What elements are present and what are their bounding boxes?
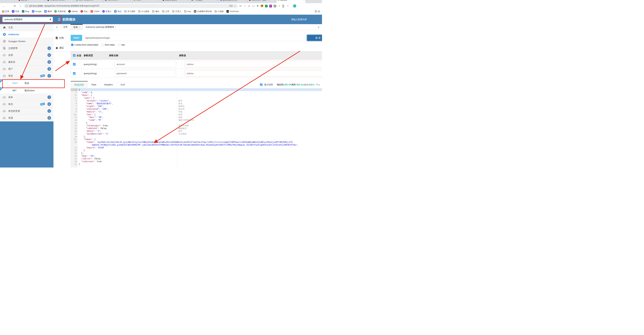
bookmark-item[interactable]: 什么都有 bbox=[138, 10, 149, 13]
sidebar-item-服务表[interactable]: API 服务表 6 bbox=[0, 59, 54, 66]
translate-icon[interactable]: G文 bbox=[229, 4, 233, 8]
back-icon[interactable]: ← bbox=[2, 4, 6, 8]
bookmark-item[interactable]: bBing bbox=[22, 10, 29, 12]
bookmark-item[interactable]: N笔记 bbox=[114, 10, 122, 13]
sidebar-item-应用[interactable]: API 应用 5 bbox=[0, 52, 54, 59]
bookmark-item[interactable]: 10241024Tools bbox=[226, 10, 239, 12]
param-value-input[interactable] bbox=[185, 61, 322, 68]
sidebar-item-Swagger Models[interactable]: Swagger Models bbox=[0, 38, 54, 45]
doc-tab-登录[interactable]: 登录× bbox=[70, 24, 83, 30]
response-tab-Raw[interactable]: Raw bbox=[88, 81, 100, 88]
sidebar-item-角色的资源[interactable]: API 角色的资源 1 bbox=[0, 108, 54, 114]
bookmark-item[interactable]: 微信 bbox=[152, 10, 159, 13]
sidebar-item-文档管理[interactable]: 文档管理 3 bbox=[0, 45, 54, 52]
bookmark-item[interactable]: 应用 bbox=[2, 10, 9, 13]
select-all[interactable]: 全选 bbox=[71, 54, 81, 57]
address-bar[interactable]: i 127.0.0.1:8760/api/gate/doc.html#/auth… bbox=[24, 4, 238, 8]
browser-tab[interactable]: github pack文件快… × bbox=[219, 0, 248, 3]
tab-close-icon[interactable]: × bbox=[72, 0, 73, 1]
site-info-icon[interactable]: i bbox=[26, 5, 28, 7]
browser-tab[interactable]: http://3.112.1… × bbox=[104, 0, 132, 3]
reload-icon[interactable]: ⟳ bbox=[13, 4, 17, 8]
bookmark-star-icon[interactable]: ☆ bbox=[234, 5, 236, 7]
bookmark-item[interactable]: 已导入 bbox=[172, 10, 182, 13]
bookmark-item[interactable]: 译翻译 bbox=[44, 10, 52, 13]
sidebar-item-主页[interactable]: 主页 bbox=[0, 24, 54, 31]
content-type-form-data[interactable]: form-data bbox=[102, 44, 114, 46]
response-json-editor[interactable]: 1▾{2 "code": 0,3▾ "data": {4▾ "user": {5… bbox=[71, 88, 322, 168]
bookmark-item[interactable]: GGitHub bbox=[68, 10, 78, 12]
tab-close-icon[interactable]: × bbox=[115, 26, 116, 28]
sidebar-item-菜单[interactable]: API 菜单 7 bbox=[0, 94, 54, 101]
checkbox-icon[interactable] bbox=[73, 54, 76, 57]
request-url[interactable]: /api/authority/anno/login bbox=[82, 35, 307, 41]
browser-tab[interactable]: Redis 命令参考 × bbox=[161, 0, 190, 3]
response-tab-响应内容[interactable]: 响应内容 bbox=[71, 81, 88, 88]
ext-json-icon[interactable]: {…} bbox=[252, 5, 255, 8]
checkbox-icon[interactable] bbox=[73, 72, 76, 75]
browser-tab[interactable]: Nacos × bbox=[132, 0, 161, 3]
bookmark-item[interactable]: C开源中国 bbox=[54, 10, 66, 13]
ext-m-icon[interactable]: M bbox=[278, 5, 280, 8]
sidebar-op-get-验证token[interactable]: NEW GET 验证token bbox=[0, 87, 54, 94]
tab-close-icon[interactable]: × bbox=[101, 0, 102, 1]
tab-close-icon[interactable]: × bbox=[130, 0, 131, 1]
ext-en-icon[interactable]: 英 bbox=[256, 5, 259, 8]
sidebar-op-post-登录[interactable]: NEW POST 登录 bbox=[0, 79, 54, 87]
browser-tab[interactable]: 登录/92… × bbox=[17, 0, 46, 3]
content-type-x-www-form-urlencoded[interactable]: x-www-form-urlencoded bbox=[71, 44, 98, 46]
tab-close-icon[interactable]: × bbox=[159, 0, 160, 1]
tab-close-icon[interactable]: × bbox=[188, 0, 188, 1]
sidebar-item-角色[interactable]: API 角色 NEW 8 bbox=[0, 101, 54, 108]
bookmark-item[interactable]: 公司 bbox=[162, 10, 169, 13]
module-select[interactable]: authority-权限模块 bbox=[2, 17, 53, 22]
tab-close-icon[interactable]: × bbox=[303, 0, 304, 1]
tab-close-icon[interactable]: × bbox=[216, 0, 217, 1]
sidebar-item-用户[interactable]: API 用户 9 bbox=[0, 66, 54, 72]
param-value-input[interactable] bbox=[185, 70, 322, 76]
bookmark-item[interactable]: 百百度 bbox=[12, 10, 19, 13]
response-tab-Curl[interactable]: Curl bbox=[117, 81, 129, 88]
sidebar-item-Authorize[interactable]: Authorize bbox=[0, 31, 54, 38]
tab-close-icon[interactable]: × bbox=[245, 0, 246, 1]
ext-asterisk-icon[interactable]: ✳ bbox=[286, 5, 289, 8]
ext-o-icon[interactable]: O bbox=[274, 5, 276, 8]
param-name-input[interactable] bbox=[115, 70, 176, 76]
bookmark-item[interactable]: 学习资料 bbox=[124, 10, 136, 13]
send-button[interactable]: 发送 bbox=[307, 35, 322, 41]
bookmark-item[interactable]: 云百度云 bbox=[102, 10, 112, 13]
tabs-collapse-icon[interactable]: « bbox=[54, 24, 60, 30]
tab-close-icon[interactable]: × bbox=[274, 0, 275, 1]
content-type-raw[interactable]: raw bbox=[118, 44, 125, 46]
tab-close-icon[interactable]: × bbox=[44, 0, 44, 1]
bookmark-item[interactable]: ESES搜索引擎文档 bbox=[194, 10, 212, 13]
menu-burger-icon[interactable]: ☰ bbox=[58, 18, 61, 22]
bookmark-item[interactable]: GGoogle bbox=[32, 10, 42, 12]
doc-tab-Authorize-authority-权限模块[interactable]: Authorize-authority-权限模块× bbox=[83, 24, 119, 30]
gitzip-icon[interactable]: Git Zip bbox=[282, 5, 285, 8]
subnav-调试[interactable]: 调试 bbox=[54, 44, 70, 52]
globe-icon[interactable] bbox=[265, 5, 268, 8]
search-input[interactable]: 请输入搜索内容 bbox=[291, 18, 307, 21]
browser-tab[interactable]: 权限模块 × bbox=[276, 0, 305, 3]
browser-tab[interactable]: Luna - JumpServer × bbox=[75, 0, 104, 3]
star-icon[interactable]: ☆ bbox=[243, 5, 246, 8]
bookmark-item[interactable]: CCSDN bbox=[90, 10, 100, 12]
forward-icon[interactable]: → bbox=[7, 4, 12, 8]
sidebar-item-资源[interactable]: API 资源 6 bbox=[0, 114, 54, 122]
home-icon[interactable]: ⌂ bbox=[18, 4, 22, 8]
tab-close-icon[interactable]: × bbox=[79, 26, 80, 28]
param-name-input[interactable] bbox=[115, 61, 176, 68]
doc-tab-主页[interactable]: 主页 bbox=[60, 24, 70, 30]
profile-avatar[interactable] bbox=[293, 4, 296, 8]
tabs-overflow-icon[interactable]: » bbox=[315, 24, 322, 30]
bookmark-item[interactable]: 小目标 bbox=[214, 10, 224, 13]
translate-icon[interactable]: G文 bbox=[239, 5, 242, 8]
expand-icon[interactable]: ⇱⇲ bbox=[316, 84, 320, 86]
bookmark-item[interactable]: G码云 bbox=[80, 10, 88, 13]
response-tab-Headers[interactable]: Headers bbox=[100, 81, 117, 88]
ext-rp-icon[interactable]: RP bbox=[269, 5, 272, 8]
ext-generic-icon[interactable]: ▣ bbox=[248, 5, 250, 8]
browser-tab[interactable]: CN文件迁入〈pack〉… × bbox=[248, 0, 276, 3]
browser-tab[interactable]: Temporary Interact… × bbox=[46, 0, 75, 3]
